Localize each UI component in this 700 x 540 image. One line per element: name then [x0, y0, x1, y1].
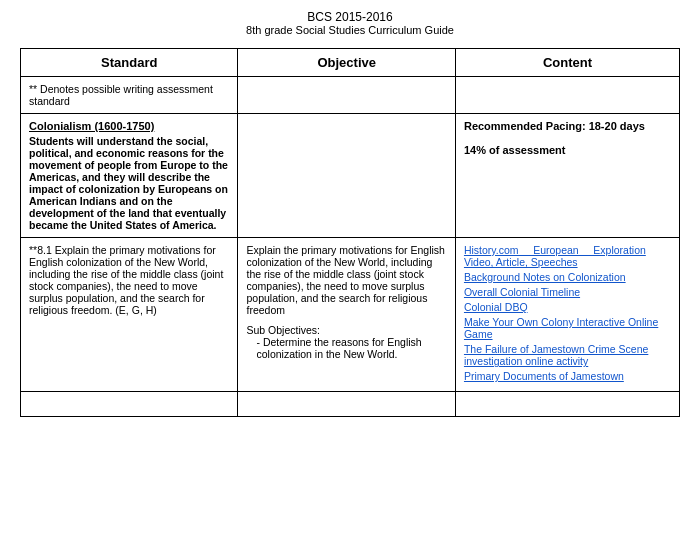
header-objective: Objective [238, 49, 455, 77]
link-primary-docs[interactable]: Primary Documents of Jamestown [464, 370, 671, 382]
sub-objectives-list: Determine the reasons for English coloni… [246, 336, 446, 360]
sub-objectives-label: Sub Objectives: [246, 324, 446, 336]
colonialism-content-cell: Recommended Pacing: 18-20 days 14% of as… [455, 114, 679, 238]
link-colonial-dbq[interactable]: Colonial DBQ [464, 301, 671, 313]
table-row: ** Denotes possible writing assessment s… [21, 77, 680, 114]
table-row: **8.1 Explain the primary motivations fo… [21, 238, 680, 392]
colonialism-title: Colonialism (1600-1750) [29, 120, 154, 132]
standard-81-text: **8.1 Explain the primary motivations fo… [29, 244, 223, 316]
objective-main-text: Explain the primary motivations for Engl… [246, 244, 446, 316]
empty-objective [238, 392, 455, 417]
denotes-cell: ** Denotes possible writing assessment s… [21, 77, 238, 114]
page-header: BCS 2015-2016 8th grade Social Studies C… [20, 10, 680, 36]
list-item: Determine the reasons for English coloni… [256, 336, 446, 360]
pacing-text: Recommended Pacing: 18-20 days [464, 120, 671, 132]
sub-objectives: Sub Objectives: Determine the reasons fo… [246, 324, 446, 360]
empty-content [455, 392, 679, 417]
objective-81-cell: Explain the primary motivations for Engl… [238, 238, 455, 392]
page-subtitle: 8th grade Social Studies Curriculum Guid… [20, 24, 680, 36]
standard-81-cell: **8.1 Explain the primary motivations fo… [21, 238, 238, 392]
link-colonial-timeline[interactable]: Overall Colonial Timeline [464, 286, 671, 298]
empty-standard [21, 392, 238, 417]
colonialism-standard-cell: Colonialism (1600-1750) Students will un… [21, 114, 238, 238]
header-standard: Standard [21, 49, 238, 77]
link-colony-game[interactable]: Make Your Own Colony Interactive Online … [464, 316, 671, 340]
link-history-european[interactable]: History.com European Exploration Video, … [464, 244, 671, 268]
table-row: Colonialism (1600-1750) Students will un… [21, 114, 680, 238]
content-links-cell: History.com European Exploration Video, … [455, 238, 679, 392]
link-background-notes[interactable]: Background Notes on Colonization [464, 271, 671, 283]
link-jamestown-crime[interactable]: The Failure of Jamestown Crime Scene inv… [464, 343, 671, 367]
table-row [21, 392, 680, 417]
header-content: Content [455, 49, 679, 77]
curriculum-table: Standard Objective Content ** Denotes po… [20, 48, 680, 417]
page-title: BCS 2015-2016 [20, 10, 680, 24]
colonialism-objective-cell [238, 114, 455, 238]
content-empty-1 [455, 77, 679, 114]
assessment-text: 14% of assessment [464, 144, 671, 156]
objective-empty-1 [238, 77, 455, 114]
colonialism-body: Students will understand the social, pol… [29, 135, 229, 231]
